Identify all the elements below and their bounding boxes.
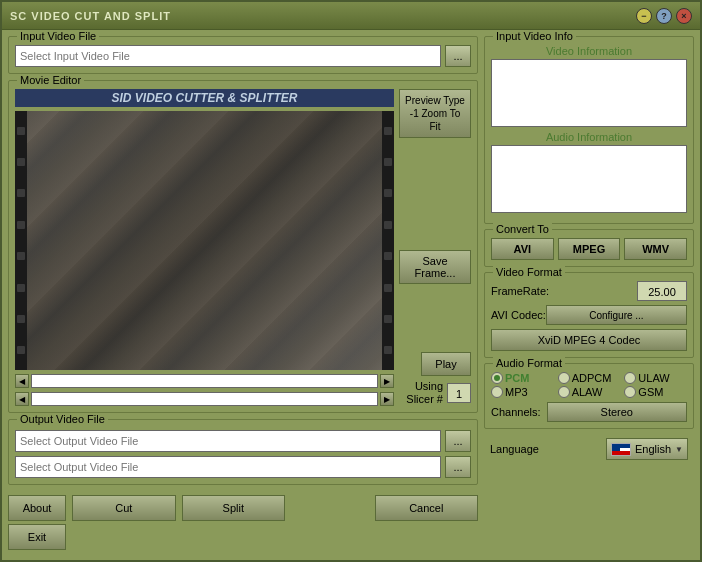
- preview-type-line1: Preview Type: [405, 95, 465, 106]
- radio-gsm[interactable]: [624, 386, 636, 398]
- dropdown-arrow-icon: ▼: [675, 445, 683, 454]
- channels-row: Channels: Stereo: [491, 402, 687, 422]
- codec-row: AVI Codec: Configure ...: [491, 305, 687, 325]
- avi-button[interactable]: AVI: [491, 238, 554, 260]
- input-video-browse[interactable]: ...: [445, 45, 471, 67]
- video-format-group: Video Format FrameRate: 25.00 AVI Codec:…: [484, 272, 694, 358]
- codec-button[interactable]: XviD MPEG 4 Codec: [491, 329, 687, 351]
- label-mp3: MP3: [505, 386, 528, 398]
- film-hole: [17, 189, 25, 197]
- input-video-group: Input Video File ...: [8, 36, 478, 74]
- convert-to-label: Convert To: [493, 223, 552, 235]
- film-hole: [384, 346, 392, 354]
- output-video-row-1: ...: [15, 430, 471, 452]
- preview-controls: Preview Type -1 Zoom To Fit Save Frame..…: [399, 89, 471, 406]
- slicer-label: UsingSlicer #: [406, 380, 443, 406]
- radio-pcm[interactable]: [491, 372, 503, 384]
- audio-format-group: Audio Format PCM ADPCM ULAW: [484, 363, 694, 429]
- codec-key: AVI Codec:: [491, 309, 546, 321]
- audio-option-gsm: GSM: [624, 386, 687, 398]
- help-button[interactable]: ?: [656, 8, 672, 24]
- framerate-row: FrameRate: 25.00: [491, 281, 687, 301]
- audio-format-label: Audio Format: [493, 357, 565, 369]
- video-preview-area: SID VIDEO CUTTER & SPLITTER: [15, 89, 394, 406]
- output-video-field-2[interactable]: [15, 456, 441, 478]
- movie-editor-inner: SID VIDEO CUTTER & SPLITTER: [9, 81, 477, 412]
- slider-left-2[interactable]: ◀: [15, 392, 29, 406]
- channels-key: Channels:: [491, 406, 541, 418]
- title-bar: SC VIDEO CUT AND SPLIT − ? ×: [2, 2, 700, 30]
- radio-adpcm[interactable]: [558, 372, 570, 384]
- film-holes-left: [15, 111, 27, 370]
- movie-editor-group: Movie Editor SID VIDEO CUTTER & SPLITTER: [8, 80, 478, 413]
- language-select[interactable]: English ▼: [606, 438, 688, 460]
- save-frame-button[interactable]: Save Frame...: [399, 250, 471, 284]
- label-gsm: GSM: [638, 386, 663, 398]
- right-panel: Input Video Info Video Information Audio…: [484, 36, 694, 554]
- video-frame: [15, 111, 394, 370]
- minimize-button[interactable]: −: [636, 8, 652, 24]
- video-title-bar: SID VIDEO CUTTER & SPLITTER: [15, 89, 394, 107]
- film-hole: [384, 189, 392, 197]
- slider-row-1: ◀ ▶: [15, 374, 394, 388]
- film-hole: [17, 252, 25, 260]
- audio-option-ulaw: ULAW: [624, 372, 687, 384]
- main-window: SC VIDEO CUT AND SPLIT − ? × Input Video…: [0, 0, 702, 562]
- slicer-number: 1: [447, 383, 471, 403]
- slicer-info: UsingSlicer # 1: [406, 380, 471, 406]
- film-hole: [17, 284, 25, 292]
- film-hole: [17, 127, 25, 135]
- exit-button[interactable]: Exit: [8, 524, 66, 550]
- slider-left-1[interactable]: ◀: [15, 374, 29, 388]
- film-hole: [384, 284, 392, 292]
- split-button[interactable]: Split: [182, 495, 286, 521]
- film-strip: [15, 111, 394, 370]
- input-video-info-label: Input Video Info: [493, 30, 576, 42]
- framerate-key: FrameRate:: [491, 285, 549, 297]
- movie-editor-label: Movie Editor: [17, 74, 84, 86]
- about-exit-group: About Exit: [8, 495, 66, 550]
- play-button[interactable]: Play: [421, 352, 471, 376]
- output-video-browse-1[interactable]: ...: [445, 430, 471, 452]
- label-pcm: PCM: [505, 372, 529, 384]
- close-button[interactable]: ×: [676, 8, 692, 24]
- left-panel: Input Video File ... Movie Editor SID VI…: [8, 36, 478, 554]
- output-video-browse-2[interactable]: ...: [445, 456, 471, 478]
- input-video-label: Input Video File: [17, 30, 99, 42]
- cut-button[interactable]: Cut: [72, 495, 176, 521]
- action-buttons: About Exit Cut Split Cancel: [8, 491, 478, 554]
- audio-option-alaw: ALAW: [558, 386, 621, 398]
- film-hole: [17, 158, 25, 166]
- convert-to-buttons: AVI MPEG WMV: [491, 238, 687, 260]
- radio-ulaw[interactable]: [624, 372, 636, 384]
- language-value: English: [635, 443, 671, 455]
- output-video-field-1[interactable]: [15, 430, 441, 452]
- mpeg-button[interactable]: MPEG: [558, 238, 621, 260]
- preview-type-button[interactable]: Preview Type -1 Zoom To Fit: [399, 89, 471, 138]
- slider-right-2[interactable]: ▶: [380, 392, 394, 406]
- channels-button[interactable]: Stereo: [547, 402, 687, 422]
- film-hole: [17, 346, 25, 354]
- audio-option-adpcm: ADPCM: [558, 372, 621, 384]
- film-hole: [384, 252, 392, 260]
- film-hole: [384, 158, 392, 166]
- convert-to-group: Convert To AVI MPEG WMV: [484, 229, 694, 267]
- about-button[interactable]: About: [8, 495, 66, 521]
- film-holes-right: [382, 111, 394, 370]
- input-video-row: ...: [15, 45, 471, 67]
- framerate-value: 25.00: [637, 281, 687, 301]
- video-info-title: Video Information: [491, 45, 687, 57]
- wmv-button[interactable]: WMV: [624, 238, 687, 260]
- input-video-field[interactable]: [15, 45, 441, 67]
- slider-track-2[interactable]: [31, 392, 378, 406]
- configure-button[interactable]: Configure ...: [546, 305, 687, 325]
- radio-alaw[interactable]: [558, 386, 570, 398]
- cancel-button[interactable]: Cancel: [375, 495, 479, 521]
- radio-mp3[interactable]: [491, 386, 503, 398]
- slider-right-1[interactable]: ▶: [380, 374, 394, 388]
- audio-options-grid: PCM ADPCM ULAW MP3: [491, 372, 687, 398]
- audio-info-title: Audio Information: [491, 131, 687, 143]
- film-hole: [384, 315, 392, 323]
- slider-track-1[interactable]: [31, 374, 378, 388]
- audio-info-box: [491, 145, 687, 213]
